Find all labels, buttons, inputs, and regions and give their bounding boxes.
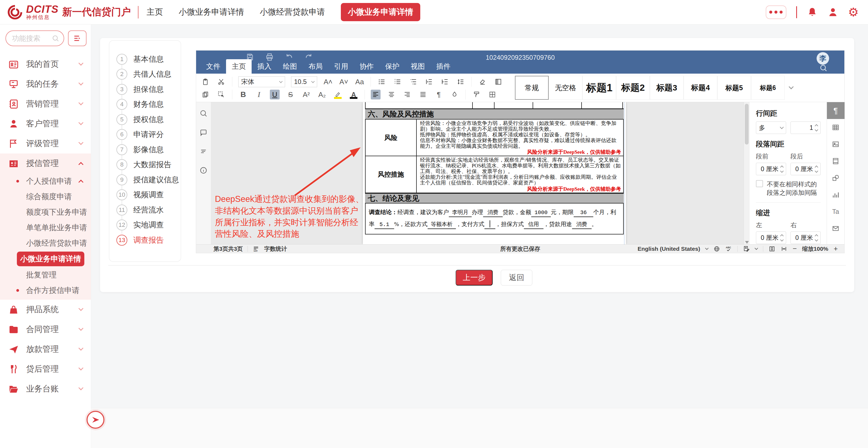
language-selector[interactable]: English (United States)	[638, 246, 700, 252]
menu-references[interactable]: 引用	[328, 59, 354, 74]
comments-icon[interactable]	[199, 128, 208, 136]
subscript-icon[interactable]: A₂	[317, 90, 327, 99]
sidebar-item-my-home[interactable]: 我的首页	[0, 54, 91, 74]
sidebar-item-composite-limit[interactable]: 综合额度申请	[0, 189, 91, 204]
menu-collapse-button[interactable]	[68, 30, 87, 46]
function-search-box[interactable]	[5, 30, 64, 46]
style-heading3[interactable]: 标题3	[650, 76, 684, 100]
more-messages-icon[interactable]	[766, 5, 786, 19]
scrollbar-thumb[interactable]	[745, 104, 749, 144]
page-indicator[interactable]: 第3页共3页	[214, 245, 243, 253]
line-spacing-icon[interactable]	[456, 77, 465, 87]
numbered-list-icon[interactable]	[393, 77, 402, 87]
step-bigdata-report[interactable]: 8大数据报告	[117, 157, 181, 173]
text-art-panel-tab[interactable]: Ta	[827, 203, 845, 220]
font-size-select[interactable]: 10.5	[291, 76, 317, 87]
same-style-spacing-checkbox[interactable]	[756, 180, 763, 187]
header-footer-panel-tab[interactable]	[827, 153, 845, 170]
style-heading1[interactable]: 标题1	[582, 76, 616, 100]
paste-icon[interactable]	[200, 77, 210, 87]
step-credit-advice[interactable]: 9授信建议信息	[117, 172, 181, 187]
scrollbar-down-icon[interactable]	[745, 241, 749, 244]
notification-bell-icon[interactable]	[807, 7, 818, 18]
chart-panel-tab[interactable]	[827, 186, 845, 203]
sidebar-item-single-batch[interactable]: 单笔单批业务申请	[0, 220, 91, 235]
stepper-arrows-icon[interactable]	[815, 235, 818, 241]
paragraph-panel-tab[interactable]: ¶	[827, 102, 845, 119]
step-finance[interactable]: 4财务信息	[117, 97, 181, 112]
tab-home[interactable]: 主页	[147, 6, 163, 18]
select-icon[interactable]	[216, 90, 226, 99]
sidebar-item-rating[interactable]: 评级管理	[0, 134, 91, 153]
word-count-label[interactable]: 字数统计	[264, 245, 287, 253]
spacing-before-stepper[interactable]: 0 厘米	[756, 163, 786, 175]
step-authorization[interactable]: 5授权信息	[117, 112, 181, 127]
sidebar-item-marketing[interactable]: 营销管理	[0, 94, 91, 114]
zoom-level[interactable]: 缩放100%	[802, 245, 828, 253]
table-panel-tab[interactable]	[827, 119, 845, 136]
borders-icon[interactable]	[488, 90, 497, 99]
editor-search-icon[interactable]	[819, 64, 828, 72]
previous-step-button[interactable]: 上一步	[456, 270, 493, 285]
edit-mode-icon[interactable]	[743, 246, 750, 252]
image-panel-tab[interactable]	[827, 136, 845, 153]
return-button[interactable]: 返回	[501, 270, 532, 285]
sidebar-item-disbursement[interactable]: 放款管理	[0, 339, 91, 359]
cut-icon[interactable]	[216, 77, 226, 87]
font-name-select[interactable]: 宋体	[238, 76, 285, 87]
change-case-icon[interactable]: Aa	[355, 77, 365, 87]
step-guarantee[interactable]: 3担保信息	[117, 82, 181, 97]
line-spacing-select[interactable]: 多	[756, 122, 786, 134]
fit-page-icon[interactable]	[769, 246, 775, 252]
sidebar-item-business-ledger[interactable]: 业务台账	[0, 379, 91, 399]
highlight-color-icon[interactable]	[333, 90, 343, 99]
align-center-icon[interactable]	[386, 90, 396, 99]
stepper-arrows-icon[interactable]	[815, 166, 818, 172]
mail-merge-panel-tab[interactable]	[827, 220, 845, 237]
step-operating-flow[interactable]: 11经营流水	[117, 202, 181, 218]
floating-assistant-button[interactable]	[87, 411, 104, 429]
style-normal[interactable]: 常规	[515, 76, 549, 100]
stepper-arrows-icon[interactable]	[781, 166, 783, 172]
tab-micro-loan-apply[interactable]: 小微经营贷款申请	[260, 6, 325, 18]
style-no-spacing[interactable]: 无空格	[549, 76, 582, 100]
italic-icon[interactable]: I	[254, 90, 264, 99]
sidebar-item-personal-credit[interactable]: 个人授信申请	[0, 173, 91, 189]
style-heading5[interactable]: 标题5	[717, 76, 751, 100]
sidebar-item-partner-credit[interactable]: 合作方授信申请	[0, 282, 91, 298]
shapes-panel-tab[interactable]	[827, 170, 845, 186]
multilevel-list-icon[interactable]	[408, 77, 418, 87]
underline-icon[interactable]: U	[270, 90, 280, 99]
style-heading2[interactable]: 标题2	[616, 76, 650, 100]
find-icon[interactable]	[199, 109, 208, 117]
headings-outline-icon[interactable]	[199, 147, 208, 156]
increase-font-icon[interactable]: A˄	[323, 77, 333, 87]
line-spacing-count-stepper[interactable]: 1	[790, 122, 821, 134]
font-color-icon[interactable]: A	[349, 90, 359, 99]
step-video-survey[interactable]: 10视频调查	[117, 187, 181, 203]
clear-format-icon[interactable]	[478, 77, 488, 87]
menu-file[interactable]: 文件	[200, 59, 226, 74]
sidebar-item-under-limit-biz[interactable]: 额度项下业务申请	[0, 204, 91, 220]
sidebar-item-credit-mgmt[interactable]: 授信管理	[0, 153, 91, 173]
step-basic-info[interactable]: 1基本信息	[117, 51, 181, 67]
info-icon[interactable]	[199, 166, 208, 174]
menu-insert[interactable]: 插入	[252, 59, 277, 74]
bullet-list-icon[interactable]	[377, 77, 386, 87]
menu-protect[interactable]: 保护	[379, 59, 405, 74]
sidebar-item-customers[interactable]: 客户管理	[0, 114, 91, 134]
settings-gear-icon[interactable]: ⚙	[848, 7, 859, 18]
sidebar-item-approval-mgmt[interactable]: 批复管理	[0, 267, 91, 282]
stepper-arrows-icon[interactable]	[815, 125, 818, 131]
user-avatar[interactable]: 李	[816, 52, 829, 65]
document-page[interactable]: 六、风险及风控措施 风险 经营风险：小微企业市场竞争力弱，易受行业波动（如政策变…	[363, 102, 626, 244]
document-canvas[interactable]: 六、风险及风控措施 风险 经营风险：小微企业市场竞争力弱，易受行业波动（如政策变…	[211, 102, 750, 244]
spellcheck-icon[interactable]: ABC	[725, 246, 732, 252]
shading-icon[interactable]	[493, 77, 503, 87]
style-heading6[interactable]: 标题6	[751, 76, 785, 100]
sidebar-item-micro-loan-apply[interactable]: 小微经营贷款申请	[0, 235, 91, 251]
step-apply-score[interactable]: 6申请评分	[117, 127, 181, 142]
fill-color-icon[interactable]	[450, 90, 459, 99]
sidebar-item-post-loan[interactable]: 贷后管理	[0, 359, 91, 379]
sidebar-item-collateral[interactable]: 押品系统	[0, 300, 91, 319]
